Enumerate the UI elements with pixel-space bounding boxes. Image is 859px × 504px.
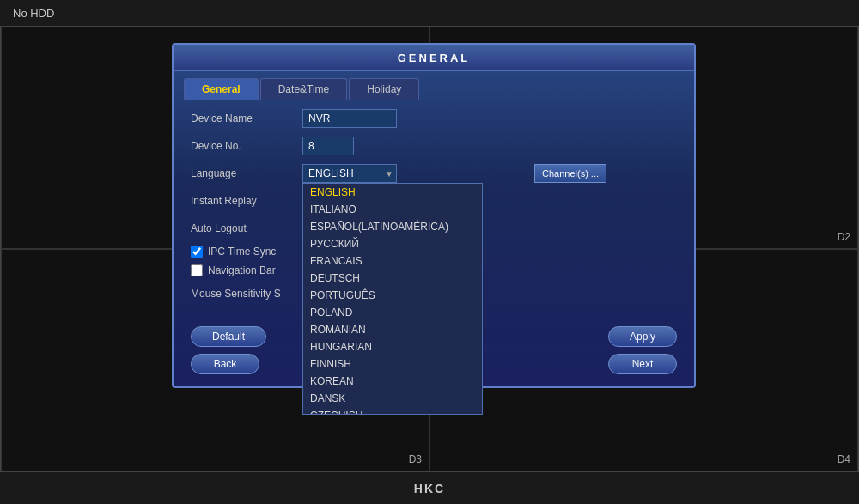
default-button[interactable]: Default <box>191 326 266 347</box>
next-button[interactable]: Next <box>608 354 677 374</box>
lang-option-czechish[interactable]: CZECHISH <box>303 407 482 415</box>
device-no-input[interactable] <box>302 137 354 155</box>
device-no-row: Device No. <box>191 136 677 156</box>
general-dialog: GENERAL General Date&Time Holiday Device… <box>172 43 696 388</box>
lang-option-deutsch[interactable]: DEUTSCH <box>303 270 482 287</box>
dropdown-arrow-icon: ▼ <box>385 169 393 179</box>
bottom-bar: HKC <box>0 472 859 504</box>
brand-label: HKC <box>414 482 445 495</box>
mouse-sensitivity-label: Mouse Sensitivity S <box>191 288 302 300</box>
lang-option-italiano[interactable]: ITALIANO <box>303 201 482 218</box>
language-dropdown[interactable]: ENGLISH ▼ ENGLISH ITALIANO ESPAÑOL(LATIN… <box>302 164 397 183</box>
lang-option-francais[interactable]: FRANCAIS <box>303 252 482 270</box>
device-name-input[interactable] <box>302 109 397 128</box>
lang-option-finnish[interactable]: FINNISH <box>303 355 482 373</box>
dialog-titlebar: GENERAL <box>174 45 694 71</box>
ipc-timesync-label: IPC Time Sync <box>208 246 276 258</box>
dialog-content: Device Name Device No. Language ENGLISH … <box>174 100 694 319</box>
instant-replay-label: Instant Replay <box>191 195 302 207</box>
dialog-title: GENERAL <box>398 52 471 64</box>
tabs-row: General Date&Time Holiday <box>174 71 694 100</box>
tab-holiday[interactable]: Holiday <box>349 78 419 100</box>
device-name-label: Device Name <box>191 112 302 124</box>
lang-option-espanol-lat[interactable]: ESPAÑOL(LATINOAMÉRICA) <box>303 218 482 235</box>
ipc-timesync-checkbox[interactable] <box>191 246 203 258</box>
apply-button[interactable]: Apply <box>608 326 677 347</box>
lang-option-portugues[interactable]: PORTUGUÊS <box>303 287 482 304</box>
navigation-bar-checkbox[interactable] <box>191 264 203 276</box>
language-selected-text: ENGLISH <box>308 167 354 179</box>
language-dropdown-list: ENGLISH ITALIANO ESPAÑOL(LATINOAMÉRICA) … <box>302 183 483 415</box>
lang-option-russian[interactable]: РУССКИЙ <box>303 235 482 252</box>
tab-general[interactable]: General <box>184 78 259 100</box>
lang-option-dansk[interactable]: DANSK <box>303 390 482 407</box>
lang-option-korean[interactable]: KOREAN <box>303 373 482 390</box>
language-selected[interactable]: ENGLISH ▼ <box>302 164 397 183</box>
navigation-bar-label: Navigation Bar <box>208 264 276 276</box>
language-label: Language <box>191 167 302 179</box>
channel-button[interactable]: Channel(s) ... <box>534 164 606 183</box>
device-name-row: Device Name <box>191 108 677 129</box>
lang-option-romanian[interactable]: ROMANIAN <box>303 321 482 338</box>
lang-option-poland[interactable]: POLAND <box>303 304 482 321</box>
top-bar: No HDD <box>0 0 859 26</box>
lang-option-hungarian[interactable]: HUNGARIAN <box>303 338 482 355</box>
camera-label-d2: D2 <box>838 231 850 243</box>
tab-datetime[interactable]: Date&Time <box>260 78 348 100</box>
language-row: Language ENGLISH ▼ ENGLISH ITALIANO ESPA… <box>191 163 677 184</box>
camera-label-d3: D3 <box>409 453 422 465</box>
camera-label-d4: D4 <box>838 453 850 465</box>
device-no-label: Device No. <box>191 140 302 152</box>
auto-logout-label: Auto Logout <box>191 222 302 234</box>
back-button[interactable]: Back <box>191 354 259 374</box>
hdd-status: No HDD <box>13 7 54 20</box>
tv-frame: No HDD D2 D3 D4 GENERAL General Date&Tim… <box>0 0 859 504</box>
lang-option-english[interactable]: ENGLISH <box>303 184 482 201</box>
